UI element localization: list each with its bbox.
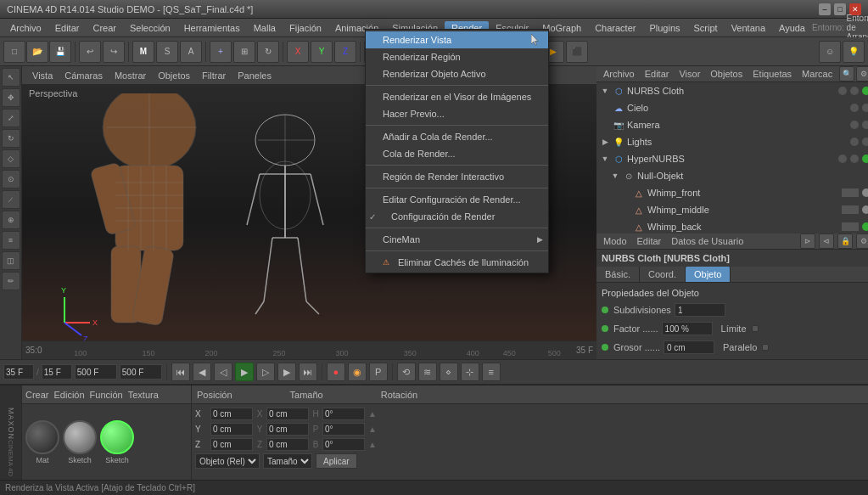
coord-size-x[interactable] (266, 408, 309, 420)
lp-scale[interactable]: ⤢ (2, 109, 20, 127)
material-sketch1[interactable]: Sketch (63, 420, 97, 464)
obj-cielo[interactable]: ☁ Cielo (596, 99, 868, 116)
mode-anim[interactable]: A (180, 41, 202, 63)
attr-lock-icon[interactable]: 🔒 (837, 233, 853, 249)
tool-move[interactable]: + (210, 41, 232, 63)
expand-lights[interactable]: ▶ (600, 137, 610, 147)
attr-editar[interactable]: Editar (634, 235, 665, 247)
vp-tb-objetos[interactable]: Objetos (153, 70, 195, 82)
timeline-ruler[interactable]: 100 150 200 250 300 350 400 450 500 (47, 341, 571, 359)
transport-record-pos[interactable]: P (369, 363, 388, 381)
transport-loop[interactable]: ⟲ (397, 363, 416, 381)
attr-tab-objeto[interactable]: Objeto (686, 267, 731, 282)
material-sketch2[interactable]: Sketch (100, 420, 134, 464)
save-btn[interactable]: 💾 (49, 41, 71, 63)
transport-key[interactable]: ⋄ (440, 363, 458, 381)
expand-nurbs-cloth[interactable]: ▼ (600, 86, 610, 96)
lp-brush[interactable]: ✏ (2, 272, 20, 290)
lp-extrude[interactable]: ⊕ (2, 211, 20, 229)
vp-tb-filtrar[interactable]: Filtrar (197, 70, 231, 82)
light-icon[interactable]: 💡 (843, 41, 865, 63)
coord-size-y[interactable] (266, 423, 309, 436)
undo-btn[interactable]: ↩ (79, 41, 101, 63)
transport-next-frame[interactable]: ▶ (277, 363, 296, 381)
ph-marcac[interactable]: Marcac (798, 68, 836, 80)
object-list[interactable]: ▼ ⬡ NURBS Cloth ☁ Cielo (596, 82, 868, 233)
transport-frame-min[interactable] (42, 364, 72, 380)
obj-nurbs-cloth[interactable]: ▼ ⬡ NURBS Cloth (596, 82, 868, 99)
menu-ayuda[interactable]: Ayuda (772, 21, 812, 35)
ph-objetos[interactable]: Objetos (707, 68, 746, 80)
settings-icon[interactable]: ⚙ (856, 66, 868, 82)
lp-bridge[interactable]: ≡ (2, 231, 20, 250)
vp-tb-camaras[interactable]: Cámaras (59, 70, 108, 82)
transport-snap[interactable]: ⊹ (461, 363, 479, 381)
coord-rot-b-arrow[interactable]: ▲ (368, 440, 377, 449)
obj-lights[interactable]: ▶ 💡 Lights (596, 133, 868, 150)
transport-record-all[interactable]: ◉ (348, 363, 367, 381)
maximize-button[interactable]: □ (834, 3, 846, 15)
new-btn[interactable]: □ (3, 41, 25, 63)
transport-layer[interactable]: ≡ (482, 363, 501, 381)
transport-last-frame[interactable]: ⏭ (299, 363, 317, 381)
attr-icon1[interactable]: ⊳ (800, 233, 815, 249)
obj-null[interactable]: ▼ ⊙ Null-Objekt (596, 167, 868, 184)
attr-tab-basic[interactable]: Básic. (596, 267, 640, 282)
rm-cola-render[interactable]: Cola de Render... (366, 145, 548, 162)
menu-editar[interactable]: Editar (48, 21, 87, 35)
vp-tb-vista[interactable]: Vista (27, 70, 58, 82)
attr-gear-icon[interactable]: ⚙ (856, 233, 868, 249)
attr-input-factor[interactable] (662, 322, 713, 335)
transport-first-frame[interactable]: ⏮ (171, 363, 190, 381)
apply-button[interactable]: Aplicar (316, 453, 357, 469)
rm-cineman[interactable]: CineMan ▶ (366, 231, 548, 248)
coord-rot-h[interactable] (322, 408, 365, 420)
coord-pos-y[interactable] (210, 423, 253, 436)
tool-rotate[interactable]: ↻ (257, 41, 279, 63)
expand-null[interactable]: ▼ (610, 171, 620, 181)
minimize-button[interactable]: – (819, 3, 831, 15)
obj-whimp-middle[interactable]: △ Whimp_middle (596, 201, 868, 218)
obj-whimp-back[interactable]: △ Whimp_back (596, 218, 868, 233)
coord-rot-p[interactable] (322, 423, 365, 436)
vp-tb-mostrar[interactable]: Mostrar (109, 70, 151, 82)
rm-editar-config[interactable]: Editar Configuración de Render... (366, 191, 548, 208)
mat-tab-crear[interactable]: Crear (25, 390, 49, 400)
rm-config-render[interactable]: ✓ Configuración de Render (366, 208, 548, 225)
open-btn[interactable]: 📂 (26, 41, 48, 63)
menu-character[interactable]: Character (588, 21, 642, 35)
axis-x[interactable]: X (287, 41, 309, 63)
menu-crear[interactable]: Crear (86, 21, 123, 35)
anim-icon[interactable]: ☺ (819, 41, 841, 63)
coord-size-z[interactable] (266, 438, 309, 451)
lp-bevel[interactable]: ◫ (2, 251, 20, 270)
obj-hypernurbs[interactable]: ▼ ⬡ HyperNURBS (596, 150, 868, 167)
attr-modo[interactable]: Modo (600, 235, 630, 247)
obj-whimp-front[interactable]: △ Whimp_front (596, 184, 868, 201)
menu-script[interactable]: Script (687, 21, 725, 35)
transport-frame-step[interactable] (120, 364, 162, 380)
rm-renderizar-objeto[interactable]: Renderizar Objeto Activo (366, 65, 548, 82)
menu-herramientas[interactable]: Herramientas (177, 21, 247, 35)
lp-magnet[interactable]: ⊙ (2, 170, 20, 188)
mat-tab-edicion[interactable]: Edición (54, 390, 85, 400)
menu-seleccion[interactable]: Selección (123, 21, 177, 35)
rm-hacer-previo[interactable]: Hacer Previo... (366, 105, 548, 122)
ph-visor[interactable]: Visor (675, 68, 703, 80)
attr-tab-coord[interactable]: Coord. (640, 267, 686, 282)
axis-y[interactable]: Y (311, 41, 333, 63)
transport-next-10[interactable]: ▷ (256, 363, 275, 381)
material-mat[interactable]: Mat (25, 420, 59, 464)
lp-pointer[interactable]: ↖ (2, 68, 20, 87)
menu-plugins[interactable]: Plugins (642, 21, 686, 35)
attr-input-grosor[interactable] (664, 340, 714, 354)
transport-frame-current[interactable] (3, 364, 34, 380)
attr-icon2[interactable]: ⊲ (819, 233, 834, 249)
menu-archivo[interactable]: Archivo (3, 21, 48, 35)
obj-kamera[interactable]: 📷 Kamera (596, 116, 868, 133)
rm-renderizar-region[interactable]: Renderizar Región (366, 48, 548, 65)
vp-tb-paneles[interactable]: Paneles (232, 70, 277, 82)
rm-region-interactivo[interactable]: Región de Render Interactivo (366, 168, 548, 185)
ph-etiquetas[interactable]: Etiquetas (749, 68, 795, 80)
attr-check-limite[interactable] (752, 325, 759, 332)
